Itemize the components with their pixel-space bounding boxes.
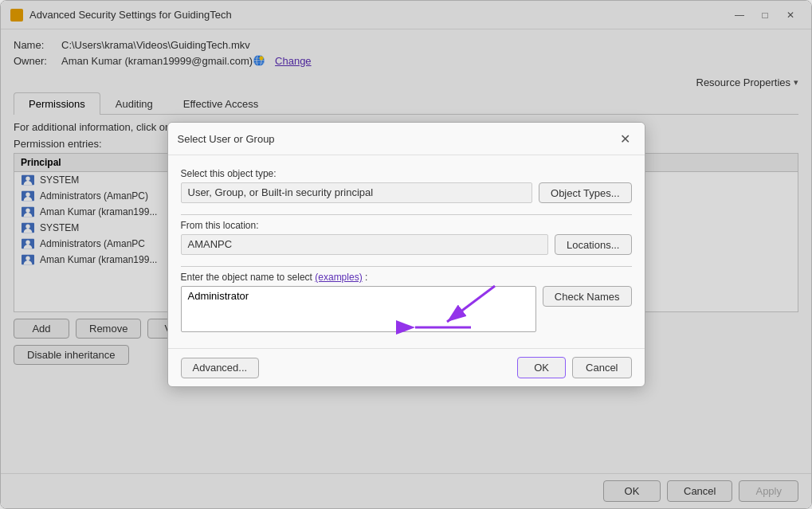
object-name-input[interactable] [181, 286, 536, 332]
enter-name-row: Check Names [181, 286, 632, 332]
dialog-body: Select this object type: User, Group, or… [168, 155, 645, 348]
object-type-row: User, Group, or Built-in security princi… [181, 182, 632, 203]
dialog-title: Select User or Group [178, 133, 275, 145]
location-field: AMANPC [181, 234, 549, 255]
enter-name-text: Enter the object name to select [181, 272, 312, 283]
dialog-overlay: Select User or Group ✕ Select this objec… [1, 1, 811, 508]
dialog-footer-right: OK Cancel [517, 357, 631, 378]
separator-1 [181, 214, 632, 215]
object-type-label: Select this object type: [181, 168, 632, 179]
enter-name-section: Enter the object name to select (example… [181, 272, 632, 332]
dialog-footer: Advanced... OK Cancel [168, 348, 645, 386]
separator-2 [181, 266, 632, 267]
location-row: AMANPC Locations... [181, 234, 632, 255]
object-type-field: User, Group, or Built-in security princi… [181, 182, 533, 203]
select-user-dialog: Select User or Group ✕ Select this objec… [167, 122, 645, 387]
object-types-button[interactable]: Object Types... [539, 182, 631, 203]
locations-button[interactable]: Locations... [555, 234, 632, 255]
enter-name-colon: : [365, 272, 367, 283]
location-label: From this location: [181, 220, 632, 231]
enter-name-label: Enter the object name to select (example… [181, 272, 632, 283]
examples-link[interactable]: (examples) [315, 272, 362, 283]
dialog-close-button[interactable]: ✕ [616, 129, 635, 148]
dialog-cancel-button[interactable]: Cancel [572, 357, 631, 378]
location-section: From this location: AMANPC Locations... [181, 220, 632, 255]
dialog-titlebar: Select User or Group ✕ [168, 123, 645, 155]
dialog-ok-button[interactable]: OK [517, 357, 566, 378]
advanced-button[interactable]: Advanced... [181, 358, 260, 378]
main-window: Advanced Security Settings for GuidingTe… [0, 0, 812, 509]
check-names-button[interactable]: Check Names [543, 286, 632, 307]
object-type-section: Select this object type: User, Group, or… [181, 168, 632, 203]
